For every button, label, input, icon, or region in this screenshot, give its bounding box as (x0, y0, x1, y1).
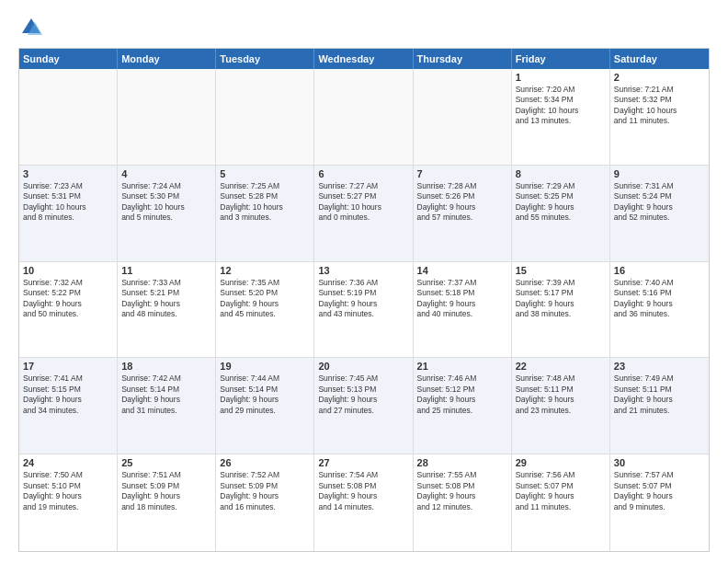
cell-content: Sunrise: 7:29 AM Sunset: 5:25 PM Dayligh… (516, 181, 606, 224)
day-number: 12 (220, 265, 310, 276)
weekday-header: Friday (512, 49, 610, 69)
day-number: 13 (318, 265, 408, 276)
day-number: 26 (220, 457, 310, 468)
cell-content: Sunrise: 7:31 AM Sunset: 5:24 PM Dayligh… (614, 181, 705, 224)
cell-content: Sunrise: 7:32 AM Sunset: 5:22 PM Dayligh… (23, 278, 113, 320)
calendar-cell: 25Sunrise: 7:51 AM Sunset: 5:09 PM Dayli… (118, 454, 216, 551)
calendar-cell: 15Sunrise: 7:39 AM Sunset: 5:17 PM Dayli… (512, 262, 610, 358)
calendar-cell: 10Sunrise: 7:32 AM Sunset: 5:22 PM Dayli… (19, 262, 118, 358)
day-number: 5 (220, 168, 310, 179)
cell-content: Sunrise: 7:37 AM Sunset: 5:18 PM Dayligh… (417, 278, 507, 320)
calendar-cell: 8Sunrise: 7:29 AM Sunset: 5:25 PM Daylig… (512, 166, 610, 261)
day-number: 25 (121, 457, 211, 468)
cell-content: Sunrise: 7:36 AM Sunset: 5:19 PM Dayligh… (318, 278, 408, 320)
cell-content: Sunrise: 7:55 AM Sunset: 5:08 PM Dayligh… (417, 470, 507, 512)
calendar-cell: 5Sunrise: 7:25 AM Sunset: 5:28 PM Daylig… (216, 166, 314, 261)
cell-content: Sunrise: 7:44 AM Sunset: 5:14 PM Dayligh… (220, 373, 310, 416)
cell-content: Sunrise: 7:25 AM Sunset: 5:28 PM Dayligh… (220, 181, 310, 224)
day-number: 19 (220, 361, 310, 372)
day-number: 20 (318, 361, 408, 372)
cell-content: Sunrise: 7:45 AM Sunset: 5:13 PM Dayligh… (318, 373, 408, 416)
day-number: 14 (417, 265, 507, 276)
calendar: SundayMondayTuesdayWednesdayThursdayFrid… (18, 48, 710, 552)
day-number: 1 (516, 72, 606, 83)
calendar-cell: 18Sunrise: 7:42 AM Sunset: 5:14 PM Dayli… (118, 358, 216, 454)
calendar-row: 3Sunrise: 7:23 AM Sunset: 5:31 PM Daylig… (19, 166, 709, 262)
day-number: 18 (121, 361, 211, 372)
calendar-cell: 3Sunrise: 7:23 AM Sunset: 5:31 PM Daylig… (19, 166, 118, 261)
calendar-row: 24Sunrise: 7:50 AM Sunset: 5:10 PM Dayli… (19, 454, 709, 551)
cell-content: Sunrise: 7:21 AM Sunset: 5:32 PM Dayligh… (614, 85, 705, 127)
calendar-cell: 21Sunrise: 7:46 AM Sunset: 5:12 PM Dayli… (414, 358, 512, 454)
weekday-header: Saturday (610, 49, 709, 69)
calendar-cell: 14Sunrise: 7:37 AM Sunset: 5:18 PM Dayli… (414, 262, 512, 358)
calendar-cell: 11Sunrise: 7:33 AM Sunset: 5:21 PM Dayli… (118, 262, 216, 358)
cell-content: Sunrise: 7:46 AM Sunset: 5:12 PM Dayligh… (417, 373, 507, 416)
calendar-cell: 28Sunrise: 7:55 AM Sunset: 5:08 PM Dayli… (414, 454, 512, 551)
cell-content: Sunrise: 7:23 AM Sunset: 5:31 PM Dayligh… (23, 181, 113, 224)
calendar-cell (19, 69, 118, 165)
calendar-cell: 12Sunrise: 7:35 AM Sunset: 5:20 PM Dayli… (216, 262, 314, 358)
day-number: 3 (23, 168, 113, 179)
day-number: 6 (318, 168, 408, 179)
cell-content: Sunrise: 7:20 AM Sunset: 5:34 PM Dayligh… (516, 85, 606, 127)
calendar-cell (414, 69, 512, 165)
day-number: 21 (417, 361, 507, 372)
calendar-cell: 26Sunrise: 7:52 AM Sunset: 5:09 PM Dayli… (216, 454, 314, 551)
day-number: 27 (318, 457, 408, 468)
weekday-header: Wednesday (314, 49, 413, 69)
day-number: 11 (121, 265, 211, 276)
day-number: 7 (417, 168, 507, 179)
weekday-header: Monday (118, 49, 216, 69)
calendar-cell (216, 69, 314, 165)
cell-content: Sunrise: 7:24 AM Sunset: 5:30 PM Dayligh… (121, 181, 211, 224)
header (18, 15, 710, 40)
cell-content: Sunrise: 7:56 AM Sunset: 5:07 PM Dayligh… (516, 470, 606, 512)
logo (18, 15, 48, 40)
cell-content: Sunrise: 7:54 AM Sunset: 5:08 PM Dayligh… (318, 470, 408, 512)
cell-content: Sunrise: 7:57 AM Sunset: 5:07 PM Dayligh… (614, 470, 705, 512)
calendar-cell (314, 69, 413, 165)
calendar-cell: 27Sunrise: 7:54 AM Sunset: 5:08 PM Dayli… (314, 454, 413, 551)
cell-content: Sunrise: 7:41 AM Sunset: 5:15 PM Dayligh… (23, 373, 113, 416)
calendar-row: 1Sunrise: 7:20 AM Sunset: 5:34 PM Daylig… (19, 69, 709, 166)
page: SundayMondayTuesdayWednesdayThursdayFrid… (0, 0, 728, 563)
calendar-cell: 16Sunrise: 7:40 AM Sunset: 5:16 PM Dayli… (610, 262, 709, 358)
calendar-cell: 20Sunrise: 7:45 AM Sunset: 5:13 PM Dayli… (314, 358, 413, 454)
cell-content: Sunrise: 7:52 AM Sunset: 5:09 PM Dayligh… (220, 470, 310, 512)
calendar-cell: 6Sunrise: 7:27 AM Sunset: 5:27 PM Daylig… (314, 166, 413, 261)
cell-content: Sunrise: 7:35 AM Sunset: 5:20 PM Dayligh… (220, 278, 310, 320)
day-number: 8 (516, 168, 606, 179)
cell-content: Sunrise: 7:40 AM Sunset: 5:16 PM Dayligh… (614, 278, 705, 320)
day-number: 2 (614, 72, 705, 83)
cell-content: Sunrise: 7:39 AM Sunset: 5:17 PM Dayligh… (516, 278, 606, 320)
calendar-cell: 19Sunrise: 7:44 AM Sunset: 5:14 PM Dayli… (216, 358, 314, 454)
calendar-body: 1Sunrise: 7:20 AM Sunset: 5:34 PM Daylig… (19, 69, 709, 551)
calendar-cell: 4Sunrise: 7:24 AM Sunset: 5:30 PM Daylig… (118, 166, 216, 261)
day-number: 4 (121, 168, 211, 179)
weekday-header: Sunday (19, 49, 118, 69)
day-number: 29 (516, 457, 606, 468)
day-number: 17 (23, 361, 113, 372)
cell-content: Sunrise: 7:50 AM Sunset: 5:10 PM Dayligh… (23, 470, 113, 512)
calendar-row: 17Sunrise: 7:41 AM Sunset: 5:15 PM Dayli… (19, 358, 709, 454)
calendar-cell: 17Sunrise: 7:41 AM Sunset: 5:15 PM Dayli… (19, 358, 118, 454)
cell-content: Sunrise: 7:42 AM Sunset: 5:14 PM Dayligh… (121, 373, 211, 416)
calendar-cell: 9Sunrise: 7:31 AM Sunset: 5:24 PM Daylig… (610, 166, 709, 261)
weekday-header: Thursday (414, 49, 512, 69)
calendar-header: SundayMondayTuesdayWednesdayThursdayFrid… (19, 49, 709, 69)
cell-content: Sunrise: 7:27 AM Sunset: 5:27 PM Dayligh… (318, 181, 408, 224)
cell-content: Sunrise: 7:49 AM Sunset: 5:11 PM Dayligh… (614, 373, 705, 416)
calendar-cell: 24Sunrise: 7:50 AM Sunset: 5:10 PM Dayli… (19, 454, 118, 551)
day-number: 9 (614, 168, 705, 179)
day-number: 16 (614, 265, 705, 276)
cell-content: Sunrise: 7:48 AM Sunset: 5:11 PM Dayligh… (516, 373, 606, 416)
calendar-cell: 2Sunrise: 7:21 AM Sunset: 5:32 PM Daylig… (610, 69, 709, 165)
calendar-cell: 1Sunrise: 7:20 AM Sunset: 5:34 PM Daylig… (512, 69, 610, 165)
calendar-cell (118, 69, 216, 165)
calendar-cell: 13Sunrise: 7:36 AM Sunset: 5:19 PM Dayli… (314, 262, 413, 358)
calendar-cell: 23Sunrise: 7:49 AM Sunset: 5:11 PM Dayli… (610, 358, 709, 454)
calendar-cell: 22Sunrise: 7:48 AM Sunset: 5:11 PM Dayli… (512, 358, 610, 454)
calendar-cell: 7Sunrise: 7:28 AM Sunset: 5:26 PM Daylig… (414, 166, 512, 261)
day-number: 23 (614, 361, 705, 372)
